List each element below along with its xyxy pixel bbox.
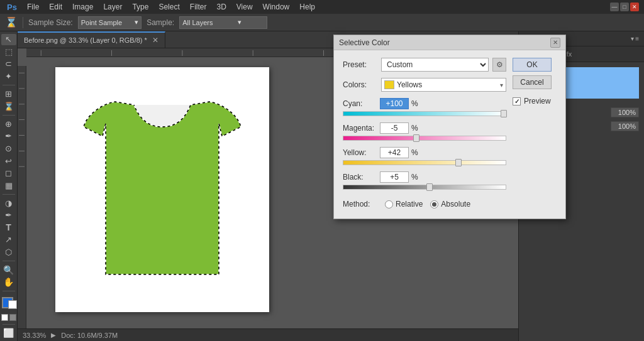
marquee-tool[interactable]: ⬚ (1, 46, 16, 58)
dialog-close-button[interactable]: ✕ (550, 38, 560, 48)
magenta-slider-track[interactable] (343, 136, 506, 141)
preset-select[interactable]: Custom (381, 58, 489, 72)
cyan-input[interactable] (380, 98, 409, 109)
dialog-title: Selective Color (339, 38, 390, 47)
menu-filter[interactable]: Filter (186, 1, 211, 13)
dodge-tool[interactable]: ◑ (1, 198, 16, 209)
dialog-left-column: Preset: Custom ⚙ Colors: Yellows ▾ (343, 58, 506, 211)
cyan-slider-top: Cyan: % (343, 98, 506, 109)
black-input[interactable] (380, 171, 409, 183)
dialog-body: Preset: Custom ⚙ Colors: Yellows ▾ (334, 50, 565, 219)
yellow-slider-top: Yellow: % (343, 147, 506, 158)
colors-dropdown[interactable]: Yellows ▾ (381, 78, 506, 92)
yellow-slider-thumb[interactable] (455, 159, 462, 166)
ps-logo: Ps (5, 0, 19, 14)
magenta-percent: % (411, 124, 418, 133)
method-relative-option[interactable]: Relative (385, 200, 423, 208)
window-minimize-button[interactable]: — (610, 3, 619, 11)
cyan-slider-thumb[interactable] (501, 110, 507, 117)
menu-select[interactable]: Select (154, 1, 184, 13)
screen-mode-button[interactable]: ⬜ (1, 327, 16, 338)
eyedropper-tool-icon[interactable]: ⌛ (5, 16, 18, 29)
preset-gear-button[interactable]: ⚙ (492, 58, 506, 72)
sample-size-label: Sample Size: (28, 18, 73, 27)
method-absolute-radio[interactable] (430, 200, 438, 208)
preview-row: ✓ Preview (513, 97, 557, 106)
black-label: Black: (343, 173, 377, 181)
selective-color-dialog[interactable]: Selective Color ✕ Preset: Custom ⚙ Color… (333, 35, 566, 219)
panel-menu-button[interactable]: ≡ (635, 35, 639, 42)
zoom-level: 33.33% (23, 332, 46, 339)
yellow-slider-track[interactable] (343, 160, 506, 165)
menu-help[interactable]: Help (295, 1, 319, 13)
eraser-tool[interactable]: ◻ (1, 168, 16, 179)
text-tool[interactable]: T (1, 222, 16, 234)
method-relative-label: Relative (396, 200, 423, 208)
yellow-input[interactable] (380, 147, 409, 158)
fill-value[interactable]: 100% (611, 121, 639, 131)
healing-brush-tool[interactable]: ⊕ (1, 119, 16, 130)
tshirt-image (74, 92, 250, 287)
opacity-value[interactable]: 100% (611, 107, 639, 117)
pen-tool[interactable]: ✒ (1, 210, 16, 221)
path-selection-tool[interactable]: ↗ (1, 234, 16, 246)
canvas-tab-title: Before.png @ 33.3% (Layer 0, RGB/8) * (24, 36, 147, 44)
zoom-tool[interactable]: 🔍 (1, 264, 16, 276)
panel-collapse-button[interactable]: ▾ (631, 35, 634, 42)
cyan-slider-track[interactable] (343, 111, 506, 116)
brush-tool[interactable]: ✒ (1, 131, 16, 142)
canvas-tab-close-button[interactable]: ✕ (152, 36, 158, 45)
magenta-label: Magenta: (343, 124, 377, 133)
background-color[interactable] (8, 300, 17, 309)
left-toolbar: ↖ ⬚ ⊂ ✦ ⊞ ⌛ ⊕ ✒ ⊙ ↩ ◻ ▦ ◑ ✒ T ↗ ⬡ 🔍 ✋ ⬜ (0, 31, 18, 341)
menu-3d[interactable]: 3D (212, 1, 230, 13)
method-absolute-dot (432, 202, 436, 207)
menu-window[interactable]: Window (258, 1, 294, 13)
tool-divider-2 (3, 115, 15, 116)
ok-button[interactable]: OK (513, 58, 552, 72)
quick-select-tool[interactable]: ✦ (1, 71, 16, 82)
magenta-slider-thumb[interactable] (413, 134, 419, 142)
color-swatch-yellow (384, 80, 394, 89)
crop-tool[interactable]: ⊞ (1, 89, 16, 100)
canvas-tab[interactable]: Before.png @ 33.3% (Layer 0, RGB/8) * ✕ (18, 31, 165, 48)
ruler-vertical: | | | | | | | (18, 66, 26, 328)
history-brush-tool[interactable]: ↩ (1, 155, 16, 166)
magenta-input[interactable] (380, 122, 409, 134)
menu-layer[interactable]: Layer (99, 1, 126, 13)
magenta-slider-row: Magenta: % (343, 122, 506, 141)
slider-section: Cyan: % Magenta: % (343, 98, 506, 190)
cancel-button[interactable]: Cancel (513, 75, 552, 89)
move-tool[interactable]: ↖ (1, 34, 16, 45)
menu-file[interactable]: File (23, 1, 43, 13)
window-close-button[interactable]: ✕ (630, 3, 639, 11)
status-bar-arrow[interactable]: ▶ (51, 332, 56, 338)
method-absolute-label: Absolute (441, 200, 470, 208)
sample-value-dropdown[interactable]: All Layers ▾ (179, 16, 267, 29)
foreground-background-colors[interactable] (1, 297, 17, 309)
window-maximize-button[interactable]: □ (620, 3, 629, 11)
tool-divider-4 (3, 261, 15, 261)
black-slider-track[interactable] (343, 185, 506, 190)
gradient-tool[interactable]: ▦ (1, 180, 16, 191)
menu-edit[interactable]: Edit (45, 1, 67, 13)
lasso-tool[interactable]: ⊂ (1, 58, 16, 70)
method-relative-radio[interactable] (385, 200, 393, 208)
menu-image[interactable]: Image (68, 1, 97, 13)
hand-tool[interactable]: ✋ (1, 277, 16, 288)
stamp-tool[interactable]: ⊙ (1, 143, 16, 154)
preview-checkbox[interactable]: ✓ (513, 97, 521, 106)
menu-view[interactable]: View (232, 1, 257, 13)
black-slider-row: Black: % (343, 171, 506, 190)
cyan-slider-row: Cyan: % (343, 98, 506, 116)
eyedropper-tool[interactable]: ⌛ (1, 100, 16, 112)
preset-row: Preset: Custom ⚙ (343, 58, 506, 72)
sample-size-dropdown[interactable]: Point Sample ▾ (78, 16, 142, 29)
shape-tool[interactable]: ⬡ (1, 247, 16, 258)
quick-mask-mode[interactable] (1, 314, 16, 321)
menu-type[interactable]: Type (128, 1, 153, 13)
method-absolute-option[interactable]: Absolute (430, 200, 470, 208)
canvas-document (55, 67, 269, 312)
colors-dropdown-arrow: ▾ (500, 82, 503, 89)
black-slider-thumb[interactable] (426, 183, 433, 191)
